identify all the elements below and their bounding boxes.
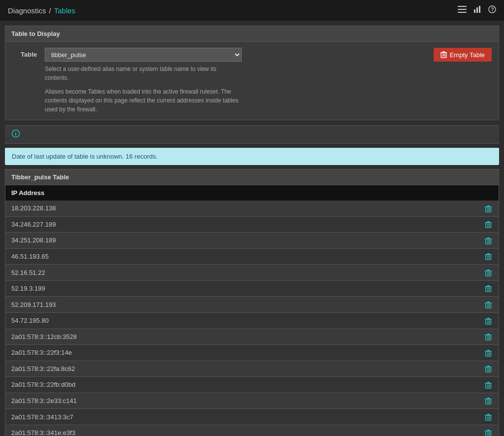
svg-rect-50	[485, 286, 492, 287]
svg-rect-83	[487, 384, 488, 387]
delete-row-button[interactable]	[485, 397, 492, 404]
svg-rect-4	[476, 7, 478, 13]
action-header	[479, 185, 499, 201]
svg-rect-77	[487, 368, 488, 371]
svg-rect-42	[488, 272, 489, 275]
svg-rect-24	[488, 224, 489, 227]
table-row: 52.209.171.193	[5, 297, 499, 313]
svg-rect-87	[487, 382, 489, 383]
svg-rect-43	[489, 272, 490, 275]
svg-rect-89	[487, 400, 488, 403]
svg-rect-84	[488, 384, 489, 387]
svg-rect-67	[489, 336, 490, 339]
table-row: 2a01:578:3::22fb:d0bd	[5, 377, 499, 393]
breadcrumb-sub: Tables	[54, 6, 75, 15]
svg-rect-36	[488, 256, 489, 259]
delete-row-button[interactable]	[485, 221, 492, 228]
table-row: 52.19.3.199	[5, 280, 499, 297]
table-display-section: Table to Display Table tibber_pulse Sele…	[5, 26, 499, 120]
svg-rect-80	[485, 367, 492, 368]
ip-address-cell: 54.72.195.80	[5, 312, 479, 329]
delete-cell	[479, 265, 499, 281]
svg-text:i: i	[15, 131, 17, 136]
info-icon: i	[12, 130, 20, 139]
svg-rect-93	[487, 398, 489, 399]
delete-cell	[479, 248, 499, 265]
svg-rect-92	[485, 399, 492, 400]
svg-rect-73	[489, 352, 490, 355]
form-help-2: Aliases become Tables when loaded into t…	[45, 87, 242, 114]
form-row: Table tibber_pulse Select a user-defined…	[12, 48, 424, 114]
ip-address-cell: 2a01:578:3::3413:3c7	[5, 409, 479, 425]
main-content: Table to Display Table tibber_pulse Sele…	[0, 26, 504, 436]
svg-rect-61	[489, 320, 490, 323]
delete-row-button[interactable]	[485, 236, 492, 244]
trash-row-icon	[485, 318, 492, 325]
delete-cell	[479, 361, 499, 377]
delete-row-button[interactable]	[485, 317, 492, 324]
table-row: 46.51.193.65	[5, 248, 499, 265]
svg-rect-31	[489, 240, 490, 243]
svg-rect-60	[488, 320, 489, 323]
svg-rect-65	[487, 336, 488, 339]
svg-rect-55	[489, 304, 490, 307]
delete-row-button[interactable]	[485, 349, 492, 356]
info-bar: i	[5, 125, 499, 144]
svg-rect-69	[487, 334, 489, 335]
delete-row-button[interactable]	[485, 365, 492, 372]
empty-table-button[interactable]: Empty Table	[434, 48, 492, 62]
svg-rect-2	[458, 12, 467, 13]
svg-rect-103	[489, 432, 490, 435]
trash-row-icon	[485, 350, 492, 357]
svg-rect-74	[485, 351, 492, 352]
empty-table-label: Empty Table	[450, 51, 485, 59]
chart-icon[interactable]	[473, 5, 481, 15]
svg-rect-96	[488, 416, 489, 419]
svg-rect-68	[485, 335, 492, 335]
delete-row-button[interactable]	[485, 333, 492, 340]
svg-rect-95	[487, 416, 488, 419]
table-row: 2a01:578:3::22fa:8c62	[5, 361, 499, 377]
delete-cell	[479, 233, 499, 249]
svg-rect-81	[487, 366, 489, 367]
table-select[interactable]: tibber_pulse	[45, 48, 242, 62]
svg-rect-27	[487, 221, 489, 222]
svg-rect-10	[443, 54, 444, 57]
svg-rect-75	[487, 350, 489, 351]
delete-row-button[interactable]	[485, 253, 492, 260]
ip-address-cell: 2a01:578:3::22f3:14e	[5, 345, 479, 361]
help-icon[interactable]: ?	[488, 5, 496, 15]
svg-rect-11	[445, 54, 445, 57]
trash-row-icon	[485, 366, 492, 372]
svg-rect-13	[442, 51, 444, 52]
delete-row-button[interactable]	[485, 204, 492, 212]
svg-rect-45	[487, 269, 489, 270]
delete-row-button[interactable]	[485, 413, 492, 420]
table-header-row: IP Address	[5, 185, 499, 201]
ip-table-section: Tibber_pulse Table IP Address 18.203.228…	[5, 169, 499, 436]
delete-cell	[479, 345, 499, 361]
svg-rect-98	[485, 415, 492, 416]
menu-icon[interactable]	[458, 6, 467, 15]
delete-row-button[interactable]	[485, 381, 492, 388]
svg-rect-23	[487, 224, 488, 227]
table-row: 52.16.51.22	[5, 265, 499, 281]
table-row: 2a01:578:3::2e33:c141	[5, 393, 499, 409]
ip-address-cell: 2a01:578:3::22fa:8c62	[5, 361, 479, 377]
svg-rect-49	[489, 288, 490, 291]
svg-rect-44	[485, 270, 492, 271]
svg-rect-56	[485, 302, 492, 303]
trash-row-icon	[485, 398, 492, 404]
svg-rect-5	[479, 6, 480, 13]
svg-rect-37	[489, 256, 490, 259]
svg-rect-38	[485, 254, 492, 255]
svg-rect-62	[485, 319, 492, 320]
delete-row-button[interactable]	[485, 285, 492, 292]
trash-row-icon	[485, 414, 492, 421]
delete-row-button[interactable]	[485, 429, 492, 436]
delete-row-button[interactable]	[485, 268, 492, 276]
delete-cell	[479, 393, 499, 409]
trash-row-icon	[485, 430, 492, 436]
delete-row-button[interactable]	[485, 301, 492, 308]
svg-rect-0	[458, 6, 467, 7]
